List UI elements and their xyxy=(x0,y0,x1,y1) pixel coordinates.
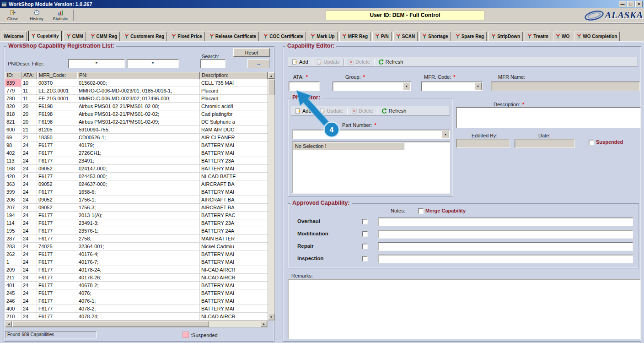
tab[interactable]: Shortage xyxy=(419,32,451,41)
tab[interactable]: Mark Up xyxy=(308,32,337,41)
table-row[interactable]: 779 11 EE.21G.0001 MMRO-C-006-MD-0023/01… xyxy=(5,87,268,95)
tab[interactable]: Capability xyxy=(28,31,62,41)
table-row[interactable]: 98 24 F6177 40179; BATTERY MAI xyxy=(5,142,268,149)
capability-type-checkbox[interactable] xyxy=(362,244,368,249)
table-vertical-scrollbar[interactable]: ▲ ▼ xyxy=(268,72,275,321)
vertical-scroll-thumb[interactable] xyxy=(268,80,274,95)
table-row[interactable]: 420 24 F6177 024453-000; NI-CAD BATTE xyxy=(5,173,268,180)
scroll-down-button[interactable]: ▼ xyxy=(268,314,274,320)
table-row[interactable]: 206 24 09052 1756-1; AIRCRAFT BA xyxy=(5,196,268,204)
scroll-left-button[interactable]: ◄ xyxy=(5,321,12,327)
tab[interactable]: Welcome xyxy=(1,32,27,41)
tab[interactable]: WO xyxy=(553,32,572,41)
capability-notes-input[interactable] xyxy=(378,242,633,251)
group-combobox[interactable]: ▼ xyxy=(333,82,411,91)
titlebar[interactable]: WorkShop Module Version: 1.0.267 — □ × xyxy=(0,0,644,8)
column-header[interactable]: Description: xyxy=(200,72,268,79)
table-row[interactable]: 245 24 F6177 4076; BATTERY MAI xyxy=(5,289,268,297)
table-row[interactable]: 211 24 F6177 40178-26; NI-CAD AIRCR xyxy=(5,274,268,282)
table-row[interactable]: 839 10 003T0 015602-000; CELL 735 MAI xyxy=(5,79,268,87)
table-row[interactable]: 207 24 09052 1756-3; AIRCRAFT BA xyxy=(5,204,268,212)
tab[interactable]: Release Certificate xyxy=(207,32,259,41)
add-button[interactable]: Add xyxy=(290,59,311,65)
capability-notes-input[interactable] xyxy=(378,230,633,239)
maximize-button[interactable]: □ xyxy=(627,1,634,7)
chevron-down-icon[interactable]: ▼ xyxy=(442,131,449,138)
tab[interactable]: COC Certificate xyxy=(261,32,306,41)
column-header[interactable]: PN: xyxy=(77,72,200,79)
column-header[interactable]: ATA: xyxy=(21,72,37,79)
table-row[interactable]: 246 24 F6177 4076-1; BATTERY MAI xyxy=(5,297,268,305)
statistic-button[interactable]: Statistic xyxy=(51,9,70,22)
table-row[interactable]: 402 24 F6177 2726CH1; BATTERY MAI xyxy=(5,149,268,157)
capability-type-checkbox[interactable] xyxy=(362,231,368,237)
table-row[interactable]: 820 20 F6198 Airbus PMS01-02-21/PMS01-02… xyxy=(5,103,268,110)
tab[interactable]: Treatm xyxy=(525,32,551,41)
table-row[interactable]: 69 21 18350 CD00526-1; AIR CLEANER xyxy=(5,134,268,142)
pn-filter-input-2[interactable] xyxy=(127,59,179,68)
merge-capability-checkbox[interactable] xyxy=(418,208,424,214)
tab[interactable]: StripDown xyxy=(488,32,523,41)
table-row[interactable]: 209 24 F6177 40178-24; NI-CAD AIRCR xyxy=(5,266,268,274)
table-row[interactable]: 114 24 F6177 23491-3; BATTERY 23A xyxy=(5,219,268,227)
table-row[interactable]: 283 24 74025 32364-001; Nickel-Cadmiu xyxy=(5,243,268,250)
suspended-checkbox[interactable] xyxy=(589,140,594,145)
table-row[interactable]: 194 24 F6177 2013-1(A); BATTERY PAC xyxy=(5,212,268,219)
table-row[interactable]: 780 11 EE.21G.0001 MMRO-C-006-MD-0023/02… xyxy=(5,95,268,103)
table-row[interactable]: 399 24 F6177 1658-6; BATTERY MAI xyxy=(5,188,268,196)
table-row[interactable]: 363 24 09052 024637-000; AIRCRAFT BA xyxy=(5,180,268,188)
column-header[interactable]: MFR_Code: xyxy=(37,72,77,79)
remarks-textarea[interactable] xyxy=(288,279,641,339)
tab[interactable]: Fixed Price xyxy=(169,32,204,41)
table-row[interactable]: 600 21 81205 5910090-755; RAM AIR DUC xyxy=(5,126,268,134)
table-row[interactable]: 400 24 F6177 4078-2; BATTERY MAI xyxy=(5,305,268,313)
search-input[interactable] xyxy=(200,59,225,68)
table-row[interactable]: 821 20 F6198 Airbus PMS01-02-21/PMS01-02… xyxy=(5,118,268,126)
history-button[interactable]: History xyxy=(27,9,46,22)
go-search-button[interactable]: → xyxy=(247,59,269,68)
capability-type-checkbox[interactable] xyxy=(362,219,368,224)
tab[interactable]: CMM Reg xyxy=(88,32,120,41)
table-row[interactable]: 168 24 09052 024147-000; BATTERY MAI xyxy=(5,165,268,173)
table-row[interactable]: 401 24 F6177 40678-2; BATTERY MAI xyxy=(5,282,268,289)
close-button[interactable]: Close xyxy=(4,9,22,22)
minimize-button[interactable]: — xyxy=(619,1,626,7)
capability-notes-input[interactable] xyxy=(378,255,633,263)
reset-button[interactable]: Reset xyxy=(233,48,270,57)
table-row[interactable]: 818 20 F6198 Airbus PMS01-02-21/PMS01-02… xyxy=(5,110,268,118)
tab[interactable]: Spare Reg xyxy=(453,32,487,41)
capability-type-checkbox[interactable] xyxy=(362,256,368,261)
pn-list-header[interactable]: No Selection ! xyxy=(293,142,404,150)
pn-list[interactable]: No Selection ! xyxy=(292,142,450,194)
chevron-down-icon[interactable]: ▼ xyxy=(474,82,482,90)
column-header[interactable]: ID: xyxy=(5,72,21,79)
tab[interactable]: Customers Reg xyxy=(122,32,167,41)
tab[interactable]: P/N xyxy=(372,32,392,41)
table-row[interactable]: 287 24 F6177 2758; MAIN BATTER xyxy=(5,235,268,243)
pn-refresh-button[interactable]: Refresh xyxy=(379,108,409,114)
cell-mfr-code: 18350 xyxy=(37,134,77,142)
pn-add-button[interactable]: Add xyxy=(293,108,314,114)
chevron-down-icon[interactable]: ▼ xyxy=(403,82,410,90)
table-horizontal-scrollbar[interactable]: ◄ ► xyxy=(5,321,268,327)
mfr-code-combobox[interactable]: ▼ xyxy=(421,82,483,91)
table-row[interactable]: 1 24 F6177 40176-7; BATTERY MAI xyxy=(5,258,268,266)
horizontal-scroll-thumb[interactable] xyxy=(12,321,209,327)
scroll-up-button[interactable]: ▲ xyxy=(268,72,274,79)
pn-filter-input-1[interactable] xyxy=(68,59,125,68)
table-row[interactable]: 210 24 F6177 4078-24; NI-CAD AIRCR xyxy=(5,313,268,321)
tab[interactable]: CMM xyxy=(64,32,86,41)
capability-notes-input[interactable] xyxy=(378,218,633,226)
tab[interactable]: WO Completion xyxy=(574,32,620,41)
scroll-right-button[interactable]: ► xyxy=(261,321,267,327)
tab[interactable]: MFR Reg xyxy=(339,32,370,41)
table-row[interactable]: 262 24 F6177 40176-4; BATTERY MAI xyxy=(5,250,268,258)
table-row[interactable]: 113 24 F6177 23491; BATTERY 23A xyxy=(5,157,268,165)
close-window-button[interactable]: × xyxy=(635,1,643,7)
part-number-combobox[interactable]: ▼ xyxy=(292,130,450,139)
ata-input[interactable] xyxy=(289,82,320,91)
table-row[interactable]: 195 24 F6177 23576-1; BATTERY 24A xyxy=(5,227,268,235)
tab[interactable]: SCAN xyxy=(393,32,418,41)
refresh-button[interactable]: Refresh xyxy=(376,59,406,65)
description-textarea[interactable] xyxy=(456,107,641,128)
